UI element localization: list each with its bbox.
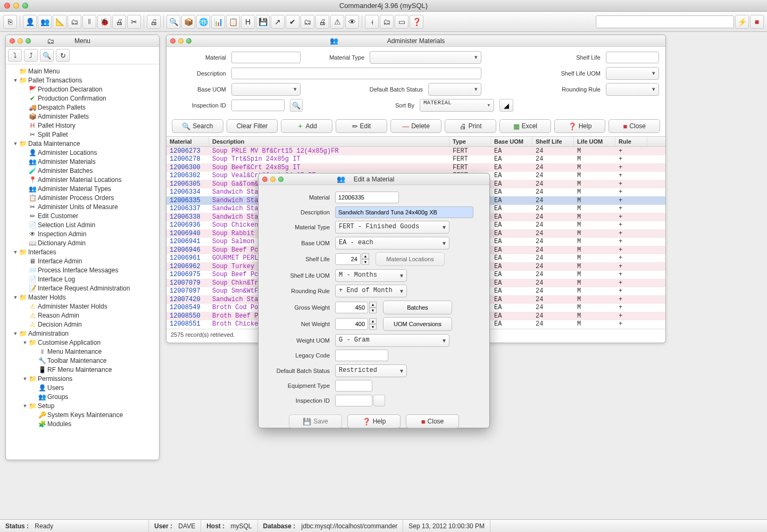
tree-item[interactable]: ▼📁Master Holds <box>6 293 159 302</box>
toolbar-button[interactable]: 🗂 <box>301 15 314 29</box>
tree-item[interactable]: 👁Inspection Admin <box>6 229 159 238</box>
maximize-icon[interactable] <box>278 177 284 182</box>
down-icon[interactable]: ▼ <box>362 259 369 265</box>
tree-item[interactable]: 👥Groups <box>6 392 159 401</box>
toolbar-button[interactable]: ✂ <box>127 15 141 29</box>
toolbar-button[interactable]: 🔍 <box>166 15 180 29</box>
tree-refresh-button[interactable]: ↻ <box>56 49 70 62</box>
tree-item[interactable]: ▼📁Interfaces <box>6 247 159 256</box>
dialog-save-button[interactable]: 💾Save <box>289 414 342 428</box>
maximize-icon[interactable] <box>186 38 191 44</box>
tree-item[interactable]: ▼📁Customise Application <box>6 338 159 347</box>
help-button[interactable]: ❓Help <box>554 119 606 133</box>
toolbar-button[interactable]: 🗂 <box>380 15 394 29</box>
tree-item[interactable]: 📨Process Interface Messages <box>6 265 159 275</box>
tree-item[interactable]: 📁Main Menu <box>6 66 159 76</box>
toolbar-button[interactable]: 🖨 <box>147 15 161 29</box>
tree-expand-button[interactable]: ⤵ <box>8 49 22 62</box>
col-base-uom[interactable]: Base UOM <box>491 137 532 146</box>
toolbar-button[interactable]: ↗ <box>271 15 285 29</box>
tree-item[interactable]: ✂Split Pallet <box>6 130 159 139</box>
tree-item[interactable]: 📄Interface Log <box>6 275 159 284</box>
close-icon[interactable] <box>10 38 15 44</box>
down-icon[interactable]: ▼ <box>369 324 377 330</box>
edit-base-uom-select[interactable]: EA - each <box>335 237 449 250</box>
toolbar-button[interactable]: ⫞ <box>365 15 379 29</box>
edit-rounding-rule-select[interactable]: + End of Month <box>335 285 407 297</box>
toolbar-button[interactable]: H <box>241 15 255 29</box>
navigation-tree[interactable]: 📁Main Menu▼📁Pallet Transactions🚩Producti… <box>6 64 159 462</box>
col-type[interactable]: Type <box>449 137 491 146</box>
tree-item[interactable]: ▼📁Pallet Transactions <box>6 76 159 85</box>
inspection-lookup-button[interactable] <box>373 395 385 406</box>
tree-item[interactable]: 📱RF Menu Maintenance <box>6 365 159 374</box>
edit-gross-weight-spinner[interactable]: ▲▼ <box>335 302 377 313</box>
tree-item[interactable]: ▼📁Data Maintenance <box>6 139 159 148</box>
tree-item[interactable]: 📋Administer Process Orders <box>6 193 159 202</box>
tree-item[interactable]: ⚠Administer Master Holds <box>6 302 159 311</box>
tree-item[interactable]: 📍Administer Material Locations <box>6 175 159 184</box>
tree-item[interactable]: 📦Administer Pallets <box>6 112 159 121</box>
up-icon[interactable]: ▲ <box>362 253 369 259</box>
toolbar-button[interactable]: 📦 <box>181 15 195 29</box>
table-row[interactable]: 12006278Soup Trt&Spin 24x85g ITFERTEA24M… <box>166 155 665 164</box>
rounding-rule-select[interactable] <box>606 83 659 96</box>
sort-direction-button[interactable]: ◢ <box>499 99 513 112</box>
edit-shelf-life-spinner[interactable]: ▲▼ <box>335 253 369 265</box>
dialog-close-button[interactable]: ■Close <box>406 414 459 428</box>
edit-description-input[interactable] <box>335 206 473 218</box>
tree-item[interactable]: 🖥Interface Admin <box>6 256 159 265</box>
clear-filter-button[interactable]: Clear Filter <box>227 119 278 133</box>
close-icon[interactable] <box>262 177 268 182</box>
inspection-lookup-button[interactable]: 🔍 <box>290 99 303 112</box>
col-shelf-life[interactable]: Shelf Life <box>532 137 574 146</box>
search-button[interactable]: 🔍Search <box>172 119 223 133</box>
col-description[interactable]: Description <box>209 137 449 146</box>
toolbar-button[interactable]: 👤 <box>23 15 37 29</box>
up-icon[interactable]: ▲ <box>369 318 377 324</box>
tree-item[interactable]: 👤Administer Locations <box>6 148 159 157</box>
minimize-icon[interactable] <box>178 38 184 44</box>
col-life-uom[interactable]: Life UOM <box>574 137 615 146</box>
toolbar-button[interactable]: 🐞 <box>97 15 111 29</box>
print-button[interactable]: 🖨Print <box>445 119 496 133</box>
uom-conversions-button[interactable]: UOM Conversions <box>383 317 452 331</box>
toolbar-button[interactable]: ⫴ <box>82 15 96 29</box>
toolbar-button[interactable]: ❓ <box>410 15 423 29</box>
tree-item[interactable]: ⚠Reason Admin <box>6 311 159 320</box>
default-batch-status-select[interactable] <box>428 83 481 96</box>
col-material[interactable]: Material <box>166 137 209 146</box>
toolbar-button[interactable]: ⚡ <box>735 15 749 29</box>
tree-item[interactable]: ▼📁Permissions <box>6 374 159 383</box>
tree-item[interactable]: ✏Edit Customer <box>6 211 159 220</box>
toolbar-button[interactable]: ▭ <box>395 15 408 29</box>
tree-item[interactable]: 📄Selection List Admin <box>6 220 159 229</box>
tree-item[interactable]: ⫴Menu Maintenance <box>6 347 159 356</box>
material-locations-button[interactable]: Material Locations <box>376 252 445 266</box>
toolbar-button[interactable]: ■ <box>750 15 764 29</box>
excel-button[interactable]: ▦Excel <box>499 119 551 133</box>
tree-item[interactable]: 📖Dictionary Admin <box>6 238 159 247</box>
edit-weight-uom-select[interactable]: G - Gram <box>335 334 449 347</box>
dialog-help-button[interactable]: ❓Help <box>347 414 401 428</box>
toolbar-button[interactable]: ⎘ <box>3 15 17 29</box>
tree-item[interactable]: 🚚Despatch Pallets <box>6 103 159 112</box>
toolbar-button[interactable]: 🖨 <box>112 15 126 29</box>
edit-shelf-life-uom-select[interactable]: M - Months <box>335 269 407 282</box>
description-input[interactable] <box>231 68 481 79</box>
toolbar-button[interactable]: 📐 <box>53 15 66 29</box>
edit-button[interactable]: ✏Edit <box>336 119 387 133</box>
toolbar-button[interactable]: ⚠ <box>330 15 344 29</box>
tree-item[interactable]: 🧩Modules <box>6 419 159 428</box>
tree-collapse-button[interactable]: ⤴ <box>24 49 38 62</box>
edit-equipment-type-input[interactable] <box>335 380 372 392</box>
down-icon[interactable]: ▼ <box>369 307 377 313</box>
close-button[interactable]: ■Close <box>608 119 660 133</box>
tree-item[interactable]: ▼📁Setup <box>6 401 159 410</box>
toolbar-button[interactable]: 📋 <box>226 15 240 29</box>
tree-item[interactable]: 🚩Production Declaration <box>6 85 159 94</box>
tree-item[interactable]: 👥Administer Material Types <box>6 184 159 193</box>
inspection-id-input[interactable] <box>231 99 285 111</box>
tree-item[interactable]: 👤Users <box>6 383 159 392</box>
batches-button[interactable]: Batches <box>383 301 452 314</box>
